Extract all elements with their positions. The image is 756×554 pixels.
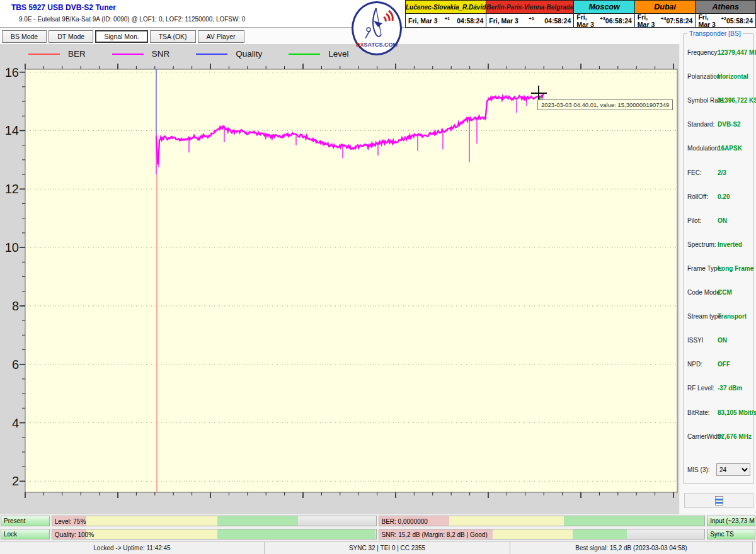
clock-3: DubaiFri, Mar 3+407:58:24 xyxy=(634,0,696,28)
field-value: 0.20 xyxy=(718,193,730,200)
status-bar: Locked -> Uptime: 11:42:45 SYNC 32 | TEI… xyxy=(0,541,756,554)
clock-date: Fri, Mar 3 xyxy=(576,13,600,28)
clock-1: Berlin-Paris-Vienna-BelgradeFri, Mar 3+1… xyxy=(486,0,573,28)
clock-hms: 05:58:24 xyxy=(726,17,753,25)
meters-row-2: Lock Quality: 100% SNR: 15,2 dB (Margin:… xyxy=(0,529,756,540)
meter-segment xyxy=(86,516,217,526)
ber-meter: BER: 0,0000000 xyxy=(379,516,706,526)
transponder-groupbox: Transponder [BS] MIS (3): 24 Frequency:1… xyxy=(683,33,754,484)
input-indicator: Input (~23,73 Mbps) xyxy=(707,516,755,526)
window-title: TBS 5927 USB DVB-S2 Tuner xyxy=(11,3,116,12)
window-subtitle: 9.0E - Eutelsat 9B/Ka-Sat 9A (ID: 0090) … xyxy=(19,16,245,23)
clock-time: Fri, Mar 3+205:58:24 xyxy=(695,14,756,28)
plot-area[interactable] xyxy=(25,69,677,492)
y-tick-label: 4 xyxy=(12,416,19,430)
field-label: Spectrum: xyxy=(687,241,716,248)
mis-dropdown[interactable]: 24 xyxy=(716,463,750,476)
mis-label: MIS (3): xyxy=(687,466,710,473)
field-value: 16APSK xyxy=(718,145,742,152)
field-label: FEC: xyxy=(687,169,702,176)
clock-hms: 04:58:24 xyxy=(457,17,483,25)
clock-city-label: Dubai xyxy=(634,0,696,14)
field-label: RF Level: xyxy=(687,385,714,392)
status-best-signal: Best signal: 15,2 dB (2023-03-03 04:58) xyxy=(510,542,753,554)
field-label: Polarization: xyxy=(687,73,722,80)
signal-chart-svg[interactable]: 246810121416 xyxy=(0,44,679,514)
clock-city-label: Berlin-Paris-Vienna-Belgrade xyxy=(486,0,573,14)
present-indicator: Present xyxy=(1,516,50,526)
field-value: CCM xyxy=(718,289,732,296)
lock-indicator: Lock xyxy=(1,529,50,540)
y-tick-label: 6 xyxy=(12,358,19,371)
y-tick-label: 8 xyxy=(12,299,19,313)
y-tick-label: 12 xyxy=(5,182,19,196)
stream-list-button[interactable] xyxy=(684,493,753,508)
field-value: Long Frame xyxy=(718,265,753,272)
satellite-dish-icon xyxy=(357,6,400,42)
clock-time: Fri, Mar 3+104:58:24 xyxy=(486,14,573,28)
field-value: 83,105 Mbit/s xyxy=(718,409,756,416)
meters-row-1: Present Level: 75% BER: 0,0000000 Input … xyxy=(0,516,756,526)
field-value: -37 dBm xyxy=(718,385,742,392)
world-clocks: Lučenec-Slovakia_R.DávidFri, Mar 3+104:5… xyxy=(405,0,756,28)
meter-segment xyxy=(564,516,704,526)
clock-time: Fri, Mar 3+407:58:24 xyxy=(634,14,696,28)
clock-hms: 04:58:24 xyxy=(544,17,571,25)
clock-city-label: Lučenec-Slovakia_R.Dávid xyxy=(405,0,486,14)
clock-date: Fri, Mar 3 xyxy=(408,17,438,25)
meter-segment xyxy=(493,529,573,539)
chart-tooltip: 2023-03-03 04.40.01, value: 15,300000190… xyxy=(537,99,673,110)
tab-dt-mode[interactable]: DT Mode xyxy=(49,30,93,43)
field-label: NPD: xyxy=(687,361,702,368)
tab-bs-mode[interactable]: BS Mode xyxy=(2,30,47,43)
clock-time: Fri, Mar 3+306:58:24 xyxy=(573,14,634,28)
field-value: DVB-S2 xyxy=(718,121,741,128)
clock-date: Fri, Mar 3 xyxy=(638,13,661,28)
field-value: Transport xyxy=(718,313,747,320)
field-value: 12379,447 MHz xyxy=(718,49,756,56)
field-value: ON xyxy=(718,337,727,344)
clock-date: Fri, Mar 3 xyxy=(489,17,518,25)
y-tick-label: 10 xyxy=(5,240,19,254)
field-value: OFF xyxy=(718,361,730,368)
field-value: Horizontal xyxy=(718,73,748,80)
meter-segment xyxy=(573,529,627,539)
field-value: ON xyxy=(718,217,727,224)
tab-signal-mon-[interactable]: Signal Mon. xyxy=(95,30,147,43)
dxsatcs-logo: DXSATCS.COM xyxy=(352,1,402,55)
field-label: Frequency: xyxy=(687,49,719,56)
clock-utc-offset: +1 xyxy=(445,16,450,21)
field-label: Pilot: xyxy=(687,217,701,224)
level-meter: Level: 75% xyxy=(52,516,377,526)
clock-utc-offset: +1 xyxy=(529,16,534,21)
tab-av-player[interactable]: AV Player xyxy=(198,30,244,43)
clock-0: Lučenec-Slovakia_R.DávidFri, Mar 3+104:5… xyxy=(405,0,486,28)
clock-city-label: Moscow xyxy=(573,0,634,14)
tab-tsa-ok-[interactable]: TSA (OK) xyxy=(150,30,196,43)
status-spacer xyxy=(753,542,756,554)
sync-ts-indicator: Sync TS xyxy=(707,529,755,540)
field-value: Inverted xyxy=(718,241,742,248)
field-value: 37,676 MHz xyxy=(718,433,752,440)
field-label: Code Mode: xyxy=(687,289,721,296)
clock-time: Fri, Mar 3+104:58:24 xyxy=(405,14,486,28)
y-tick-label: 2 xyxy=(12,474,19,488)
clock-4: AthensFri, Mar 3+205:58:24 xyxy=(695,0,756,28)
tuner-window: TBS 5927 USB DVB-S2 Tuner 9.0E - Eutelsa… xyxy=(0,0,756,554)
logo-text: DXSATCS.COM xyxy=(356,42,398,48)
groupbox-title: Transponder [BS] xyxy=(687,30,743,37)
field-label: ISSYI xyxy=(687,337,704,344)
clock-utc-offset: +3 xyxy=(600,16,605,21)
field-label: Modulation: xyxy=(687,145,720,152)
meter-segment xyxy=(86,529,217,539)
clock-hms: 06:58:24 xyxy=(605,17,632,25)
field-label: Standard: xyxy=(687,121,714,128)
field-label: BitRate: xyxy=(687,409,710,416)
status-lock-uptime: Locked -> Uptime: 11:42:45 xyxy=(0,542,265,554)
signal-chart-panel: BERSNRQualityLevel 246810121416 2023-03-… xyxy=(0,44,679,514)
status-sync-counters: SYNC 32 | TEI 0 | CC 2355 xyxy=(265,542,510,554)
clock-2: MoscowFri, Mar 3+306:58:24 xyxy=(573,0,634,28)
field-label: RollOff: xyxy=(687,193,708,200)
y-tick-label: 14 xyxy=(5,123,19,137)
meter-segment xyxy=(449,516,564,526)
